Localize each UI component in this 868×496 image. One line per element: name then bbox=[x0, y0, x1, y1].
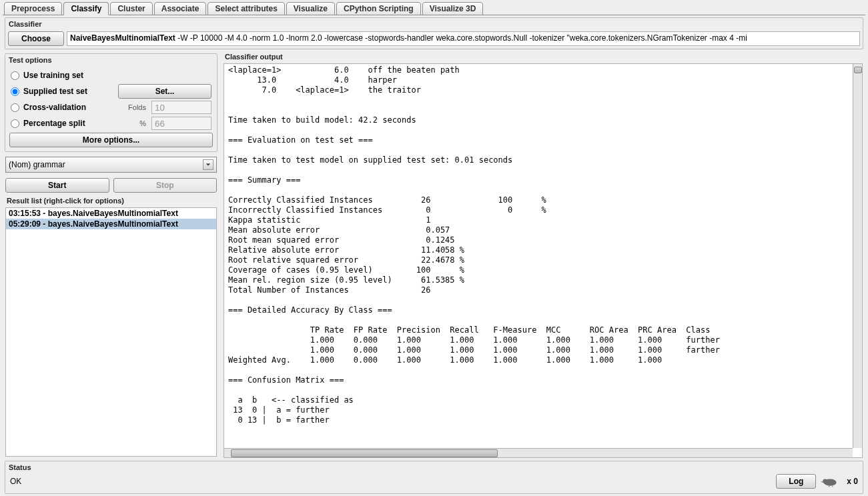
combo-value: (Nom) grammar bbox=[9, 160, 65, 169]
radio-cv[interactable] bbox=[11, 103, 19, 112]
radio-pct[interactable] bbox=[11, 119, 19, 128]
tab-cpython[interactable]: CPython Scripting bbox=[336, 2, 421, 15]
horizontal-scrollbar[interactable] bbox=[224, 448, 853, 457]
test-options-panel: Test options Use training set Supplied t… bbox=[5, 53, 218, 152]
svg-point-1 bbox=[823, 479, 828, 484]
result-list[interactable]: 03:15:53 - bayes.NaiveBayesMultinomialTe… bbox=[5, 207, 217, 457]
folds-label: Folds bbox=[114, 103, 146, 111]
classifier-panel: Classifier Choose NaiveBayesMultinomialT… bbox=[5, 17, 863, 49]
stop-button: Stop bbox=[113, 178, 218, 193]
status-count: x 0 bbox=[847, 477, 858, 486]
chevron-down-icon bbox=[203, 159, 213, 170]
radio-training[interactable] bbox=[11, 71, 19, 80]
classifier-args: -W -P 10000 -M 4.0 -norm 1.0 -lnorm 2.0 … bbox=[175, 33, 747, 43]
weka-bird-icon bbox=[820, 475, 843, 487]
result-item-1[interactable]: 05:29:09 - bayes.NaiveBayesMultinomialTe… bbox=[6, 219, 216, 229]
tab-classify[interactable]: Classify bbox=[63, 2, 109, 15]
log-button[interactable]: Log bbox=[776, 474, 816, 489]
status-text: OK bbox=[10, 477, 772, 486]
opt-use-training-set[interactable]: Use training set bbox=[11, 71, 211, 80]
tabbar: Preprocess Classify Cluster Associate Se… bbox=[0, 0, 868, 15]
tab-select-attributes[interactable]: Select attributes bbox=[207, 2, 284, 15]
test-options-title: Test options bbox=[6, 55, 216, 65]
set-button[interactable]: Set... bbox=[118, 84, 211, 99]
status-panel: Status OK Log x 0 bbox=[5, 461, 863, 494]
pct-input bbox=[151, 117, 211, 130]
tab-visualize[interactable]: Visualize bbox=[286, 2, 335, 15]
tab-visualize3d[interactable]: Visualize 3D bbox=[422, 2, 484, 15]
classifier-output-title: Classifier output bbox=[222, 51, 865, 62]
hscroll-thumb[interactable] bbox=[231, 449, 498, 457]
classifier-cmdline[interactable]: NaiveBayesMultinomialText -W -P 10000 -M… bbox=[67, 31, 860, 46]
tab-cluster[interactable]: Cluster bbox=[110, 2, 152, 15]
folds-input bbox=[151, 101, 211, 114]
result-item-0[interactable]: 03:15:53 - bayes.NaiveBayesMultinomialTe… bbox=[6, 208, 216, 219]
more-options-button[interactable]: More options... bbox=[9, 133, 213, 147]
opt-supplied-test-set[interactable]: Supplied test set bbox=[11, 87, 113, 96]
status-title: Status bbox=[6, 462, 862, 473]
result-list-title: Result list (right-click for options) bbox=[3, 195, 220, 206]
start-button[interactable]: Start bbox=[5, 178, 109, 193]
class-attribute-combo[interactable]: (Nom) grammar bbox=[5, 157, 217, 173]
classifier-title: Classifier bbox=[6, 19, 862, 29]
opt-cross-validation[interactable]: Cross-validation bbox=[11, 103, 109, 112]
opt-percentage-split[interactable]: Percentage split bbox=[11, 119, 109, 128]
radio-supplied[interactable] bbox=[11, 87, 19, 96]
output-text[interactable]: <laplace=1> 6.0 off the beaten path 13.0… bbox=[224, 64, 862, 457]
tab-associate[interactable]: Associate bbox=[154, 2, 207, 15]
classifier-output: <laplace=1> 6.0 off the beaten path 13.0… bbox=[224, 63, 863, 458]
vscroll-thumb[interactable] bbox=[854, 67, 862, 73]
vertical-scrollbar[interactable] bbox=[853, 64, 862, 448]
pct-label: % bbox=[114, 119, 146, 127]
choose-button[interactable]: Choose bbox=[8, 31, 64, 46]
classifier-name: NaiveBayesMultinomialText bbox=[70, 33, 175, 43]
tab-preprocess[interactable]: Preprocess bbox=[4, 2, 62, 15]
